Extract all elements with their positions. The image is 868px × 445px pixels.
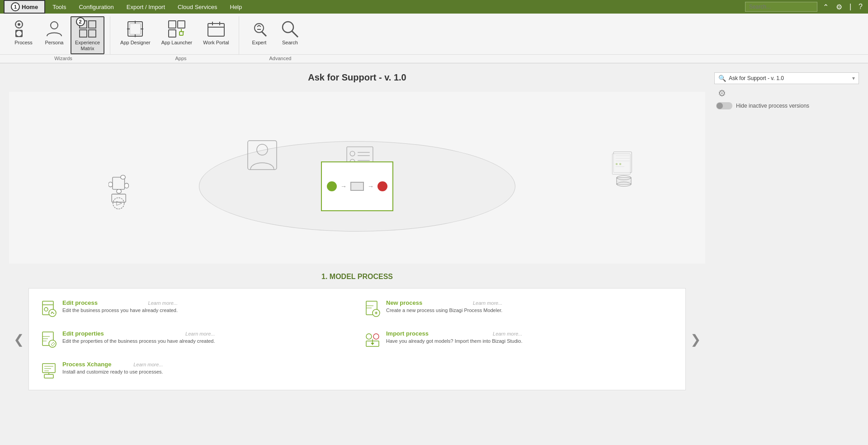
apps-label: Apps — [127, 56, 235, 61]
hide-inactive-toggle[interactable] — [716, 102, 732, 109]
svg-rect-82 — [42, 364, 55, 373]
card-link-new[interactable]: Learn more... — [473, 300, 502, 306]
settings-icon[interactable]: ⚙ — [834, 3, 844, 11]
menu-tools[interactable]: Tools — [47, 0, 71, 14]
menu-cloud-services[interactable]: Cloud Services — [172, 0, 222, 14]
version-search-box: 🔍 ▾ — [714, 72, 859, 84]
search-icon — [280, 19, 300, 39]
toggle-knob — [717, 103, 723, 109]
ribbon-item-process[interactable]: Process — [9, 16, 38, 48]
end-dot — [377, 181, 387, 191]
card-content-edit-process: Edit process Learn more... Edit the busi… — [62, 299, 178, 314]
ribbon-item-app-designer[interactable]: App Designer — [116, 16, 155, 48]
card-link-xchange[interactable]: Learn more... — [133, 362, 163, 367]
process-settings-icon[interactable]: ⚙ — [718, 88, 726, 99]
home-tab[interactable]: 1 Home — [4, 0, 45, 14]
card-title-xchange: Process Xchange — [62, 361, 111, 368]
svg-point-65 — [49, 309, 56, 317]
menu-items: Tools Configuration Export / Import Clou… — [47, 0, 247, 14]
ribbon-item-work-portal[interactable]: Work Portal — [198, 16, 233, 48]
ribbon-group-apps: App Designer App Launcher — [110, 16, 239, 54]
ribbon-group-advanced: Expert Search — [239, 16, 310, 54]
tab-number: 1 — [11, 2, 20, 11]
person-icon-container — [244, 137, 280, 173]
card-edit-properties: Edit properties Learn more... Edit the p… — [36, 327, 354, 352]
version-search-input[interactable] — [729, 75, 849, 81]
arrow-2: → — [368, 183, 374, 190]
process-icon — [14, 19, 33, 39]
ribbon-group-wizards: Process Persona 2 — [4, 16, 110, 54]
section-title: 1. MODEL PROCESS — [9, 273, 705, 281]
card-title-edit: Edit process — [62, 299, 98, 306]
svg-point-37 — [113, 198, 124, 209]
settings-row: ⚙ — [718, 88, 859, 99]
top-search-input[interactable] — [745, 2, 817, 12]
svg-rect-34 — [117, 189, 122, 194]
menu-export-import[interactable]: Export / Import — [121, 0, 170, 14]
edit-process-icon — [40, 299, 58, 317]
card-process-xchange: Process Xchange Learn more... Install an… — [36, 357, 354, 383]
card-desc-new: Create a new process using Bizagi Proces… — [386, 307, 502, 314]
divider: | — [848, 3, 853, 11]
card-edit-process: Edit process Learn more... Edit the busi… — [36, 296, 354, 321]
version-dropdown-arrow[interactable]: ▾ — [852, 75, 855, 81]
help-icon[interactable]: ? — [857, 3, 864, 11]
card-new-process: New process Learn more... Create a new p… — [360, 296, 678, 321]
ribbon-item-persona[interactable]: Persona — [40, 16, 69, 48]
svg-rect-35 — [108, 182, 113, 187]
card-desc-xchange: Install and customize ready to use proce… — [62, 369, 163, 375]
page-title: Ask for Support - v. 1.0 — [9, 72, 705, 83]
ribbon-item-experience-matrix[interactable]: 2 ExperienceMatrix — [71, 16, 104, 54]
svg-point-40 — [257, 144, 268, 155]
cards-grid: Edit process Learn more... Edit the busi… — [28, 288, 686, 390]
card-desc-props: Edit the properties of the business proc… — [62, 338, 215, 345]
right-panel: 🔍 ▾ ⚙ Hide inactive process versions — [714, 72, 859, 390]
svg-point-78 — [373, 334, 379, 339]
svg-marker-81 — [371, 343, 374, 345]
workflow-area: → → — [9, 92, 705, 264]
svg-rect-23 — [208, 24, 224, 36]
card-desc-import: Have you already got models? Import them… — [386, 338, 522, 345]
prev-arrow[interactable]: ❮ — [9, 332, 28, 347]
card-link-edit[interactable]: Learn more... — [148, 300, 178, 306]
new-process-icon — [363, 299, 382, 317]
svg-rect-20 — [179, 32, 183, 35]
card-desc-edit: Edit the business process you have alrea… — [62, 307, 178, 314]
database-icon-container — [606, 151, 642, 187]
svg-rect-18 — [178, 21, 185, 28]
import-process-icon — [363, 330, 382, 348]
advanced-label: Advanced — [244, 56, 316, 61]
persona-icon — [44, 19, 64, 39]
arrow-1: → — [340, 183, 347, 190]
card-title-props: Edit properties — [62, 330, 104, 337]
menu-configuration[interactable]: Configuration — [73, 0, 119, 14]
card-import-process: Import process Learn more... Have you al… — [360, 327, 678, 352]
task-rect — [350, 182, 364, 191]
menu-bar-right: ⌃ ⚙ | ? — [745, 2, 864, 12]
home-label: Home — [22, 4, 38, 10]
menu-help[interactable]: Help — [225, 0, 248, 14]
svg-rect-17 — [169, 21, 176, 28]
ribbon-item-expert[interactable]: Expert — [245, 16, 274, 48]
next-arrow[interactable]: ❯ — [686, 332, 705, 347]
svg-point-42 — [350, 151, 355, 156]
svg-point-1 — [18, 23, 20, 26]
svg-rect-11 — [128, 22, 142, 36]
svg-rect-12 — [130, 24, 141, 34]
card-title-row-xchange: Process Xchange Learn more... — [62, 361, 163, 369]
svg-rect-57 — [612, 154, 630, 175]
app-launcher-label: App Launcher — [161, 40, 193, 46]
ribbon-item-search[interactable]: Search — [275, 16, 304, 48]
card-content-new-process: New process Learn more... Create a new p… — [386, 299, 502, 314]
start-dot — [327, 181, 337, 191]
card-link-props[interactable]: Learn more... — [185, 331, 215, 336]
svg-point-5 — [51, 22, 58, 29]
app-designer-icon — [125, 19, 145, 39]
process-xchange-icon — [40, 361, 58, 379]
ribbon-item-app-launcher[interactable]: App Launcher — [157, 16, 197, 48]
up-arrow-icon[interactable]: ⌃ — [821, 3, 830, 11]
card-title-row-props: Edit properties Learn more... — [62, 330, 215, 338]
process-label: Process — [14, 40, 33, 46]
card-link-import[interactable]: Learn more... — [493, 331, 522, 336]
svg-rect-8 — [80, 30, 87, 37]
